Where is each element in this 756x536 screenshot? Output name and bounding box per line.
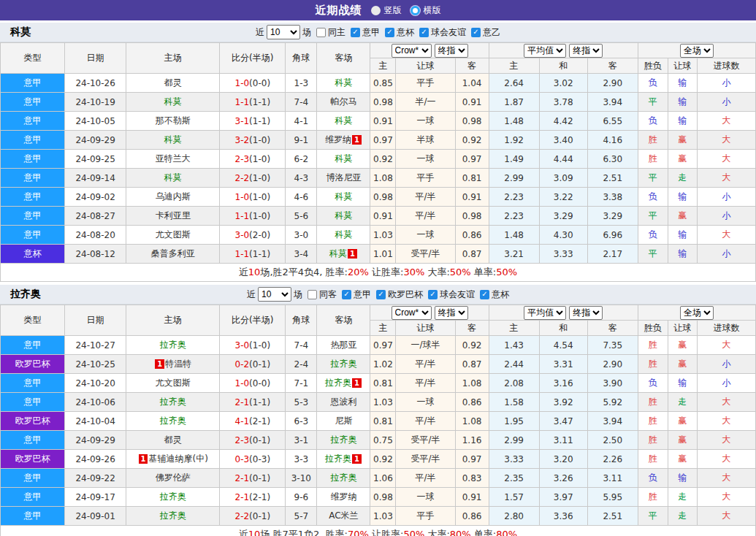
corners-cell: 3-4 [286,245,317,264]
bookmaker-select[interactable]: Crow* [392,44,432,58]
bookmaker-select[interactable]: Crow* [392,306,432,320]
result-text: 走 [678,172,687,183]
bookmaker-stage-select[interactable]: 终指 [435,44,468,58]
home-team-name: 科莫 [164,96,182,107]
header-select-group: Crow*终指 [370,43,489,58]
avg-away-odds: 2.50 [587,431,638,450]
league-checkbox[interactable]: ✓ [385,28,394,37]
avg-away-odds: 7.35 [587,336,638,355]
match-row: 意甲24-10-05那不勒斯3-1(1-1)4-1科莫0.91一球0.981.4… [1,112,756,131]
column-header: 胜负 [638,321,668,336]
handicap-home-odds: 0.85 [370,74,396,93]
summary-cell: 近10场,胜7平1负2, 胜率:70% 让胜率:50% 大率:80% 单率:80… [1,526,756,536]
summary-segment: 让胜率: [369,529,404,536]
radio-icon[interactable] [411,6,420,15]
fulltime-score: 4-1 [235,416,250,426]
league-cell: 意甲 [1,131,65,150]
radio-icon[interactable] [371,6,381,15]
corners-cell: 5-6 [286,207,317,226]
league-filter-label: 意甲 [354,288,371,301]
handicap-line: 平手 [396,169,455,188]
league-checkbox[interactable]: ✓ [471,28,481,37]
league-checkbox[interactable]: ✓ [419,28,429,37]
result-text: 大 [722,453,730,464]
average-stage-select[interactable]: 终指 [569,306,603,320]
halftime-score: (1-0) [249,192,270,202]
layout-radio-horizontal[interactable]: 横版 [411,4,441,17]
halftime-score: (0-0) [249,378,270,388]
league-filter-label: 球会友谊 [431,26,466,39]
handicap-away-odds: 0.87 [455,355,489,374]
title-bar: 近期战绩 竖版 横版 [0,0,756,20]
result-text: 赢 [678,134,687,145]
result-handicap: 输 [668,74,697,93]
avg-draw-odds: 3.11 [539,431,587,450]
away-team-name: 科莫 [329,248,347,259]
date-cell: 24-09-01 [65,507,126,526]
league-checkbox[interactable]: ✓ [351,28,360,37]
result-text: 胜 [649,359,657,369]
handicap-away-odds: 0.81 [455,169,489,188]
result-text: 输 [678,248,687,259]
result-text: 赢 [678,340,687,350]
scope-select[interactable]: 全场 [680,306,714,320]
layout-radio-vertical[interactable]: 竖版 [371,4,402,17]
column-header: 主 [370,321,396,336]
corners-cell: 9-6 [286,488,317,507]
header-row-top: 类型日期主场比分(半场)角球客场Crow*终指平均值终指全场 [1,305,756,321]
avg-draw-odds: 3.26 [539,469,587,488]
radio-label[interactable]: 竖版 [384,4,402,17]
recent-count-select[interactable]: 10 [267,25,300,39]
handicap-away-odds: 0.97 [455,150,489,169]
result-handicap: 走 [668,507,697,526]
avg-away-odds: 2.26 [587,450,638,469]
league-checkbox[interactable]: ✓ [428,290,438,299]
away-team-name: 热那亚 [330,340,356,350]
avg-home-odds: 2.35 [489,469,539,488]
recent-count-select[interactable]: 10 [258,287,291,302]
average-select[interactable]: 平均值 [524,306,566,320]
result-text: 大 [722,229,730,240]
away-team-name: 科莫 [335,153,352,164]
away-team-cell: 帕尔马 [317,93,370,112]
league-filter-label: 意甲 [362,26,380,39]
score-cell: 3-0(2-0) [220,226,286,245]
radio-label[interactable]: 横版 [424,4,441,17]
away-team-cell: 维罗纳1 [317,131,370,150]
red-card-badge: 1 [352,454,362,464]
column-header: 客 [455,58,489,74]
handicap-home-odds: 0.97 [370,131,396,150]
handicap-home-odds: 0.98 [370,188,396,207]
corners-cell: 3-10 [286,469,317,488]
corners-cell: 7-1 [286,374,317,393]
average-stage-select[interactable]: 终指 [569,44,603,58]
league-checkbox[interactable]: ✓ [480,290,489,299]
handicap-line: 受平/半 [396,431,455,450]
bookmaker-stage-select[interactable]: 终指 [435,306,468,320]
fulltime-score: 3-1 [235,116,250,126]
avg-draw-odds: 4.42 [539,112,587,131]
home-team-cell: 乌迪内斯 [126,188,220,207]
result-outcome: 胜 [638,431,668,450]
same-venue-checkbox[interactable] [316,28,326,37]
away-team-cell: AC米兰 [317,507,370,526]
result-text: 赢 [678,453,687,464]
average-select[interactable]: 平均值 [524,44,566,58]
column-header: 比分(半场) [220,43,286,74]
match-row: 意杯24-08-12桑普多利亚1-1(1-1)3-4科莫11.01受平/半0.8… [1,245,756,264]
avg-home-odds: 2.44 [489,355,539,374]
league-checkbox[interactable]: ✓ [376,290,386,299]
result-goals: 小 [697,188,755,207]
halftime-score: (1-0) [249,154,270,164]
score-cell: 2-1(0-1) [220,469,286,488]
result-outcome: 平 [638,507,668,526]
same-venue-checkbox[interactable] [308,290,317,299]
avg-away-odds: 3.29 [587,207,638,226]
handicap-line: 受平/半 [396,450,455,469]
away-team-cell: 科莫1 [317,245,370,264]
league-checkbox[interactable]: ✓ [342,290,351,299]
scope-select[interactable]: 全场 [680,44,714,58]
halftime-score: (0-1) [249,435,270,445]
result-text: 输 [678,115,687,126]
match-row: 意甲24-10-27拉齐奥3-0(1-0)7-4热那亚0.97一/球半0.921… [1,336,756,355]
